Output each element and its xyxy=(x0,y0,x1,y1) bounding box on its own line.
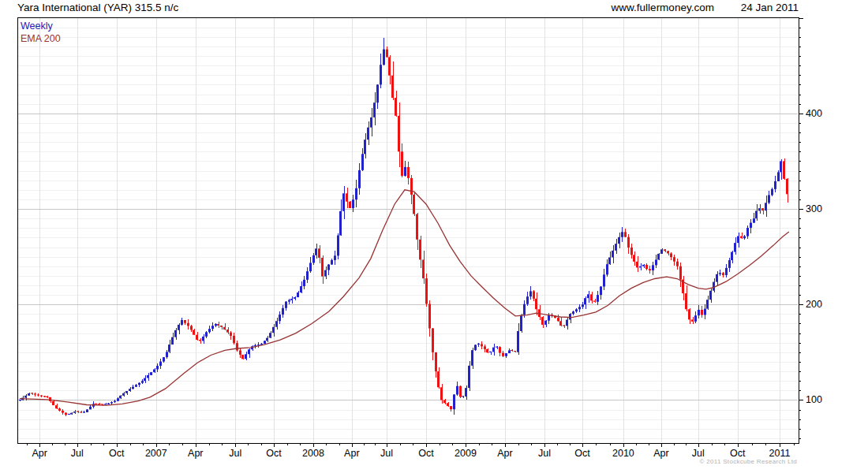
svg-text:Apr: Apr xyxy=(188,448,203,459)
chart-legend: Weekly EMA 200 xyxy=(21,20,61,45)
legend-weekly-label: Weekly xyxy=(21,20,61,32)
price-chart-canvas: 100200300400AprJulOct2007AprJulOct2008Ap… xyxy=(0,0,868,473)
svg-text:Apr: Apr xyxy=(344,448,359,459)
svg-text:400: 400 xyxy=(806,108,822,119)
svg-text:2010: 2010 xyxy=(612,448,634,459)
svg-text:2009: 2009 xyxy=(455,448,477,459)
svg-text:Apr: Apr xyxy=(497,448,512,459)
svg-text:2011: 2011 xyxy=(769,448,790,459)
svg-text:Jul: Jul xyxy=(71,448,84,459)
svg-text:100: 100 xyxy=(806,394,822,405)
svg-text:Oct: Oct xyxy=(418,448,434,459)
svg-text:Jul: Jul xyxy=(380,448,393,459)
svg-text:Jul: Jul xyxy=(229,448,241,459)
svg-text:200: 200 xyxy=(806,299,822,310)
svg-text:Oct: Oct xyxy=(730,448,746,459)
chart-page: Yara International (YAR) 315.5 n/c www.f… xyxy=(0,0,868,473)
svg-text:Oct: Oct xyxy=(574,448,590,459)
svg-text:Oct: Oct xyxy=(109,448,125,459)
svg-text:Apr: Apr xyxy=(32,448,47,459)
legend-ema-label: EMA 200 xyxy=(21,32,61,45)
svg-text:Jul: Jul xyxy=(538,448,551,459)
svg-text:300: 300 xyxy=(806,203,822,214)
svg-text:Oct: Oct xyxy=(266,448,282,459)
svg-text:2007: 2007 xyxy=(145,448,167,459)
svg-text:Apr: Apr xyxy=(653,448,668,459)
svg-text:Jul: Jul xyxy=(692,448,705,459)
copyright-notice: © 2011 Stockcube Research Ltd xyxy=(700,458,797,465)
svg-text:2008: 2008 xyxy=(302,448,324,459)
